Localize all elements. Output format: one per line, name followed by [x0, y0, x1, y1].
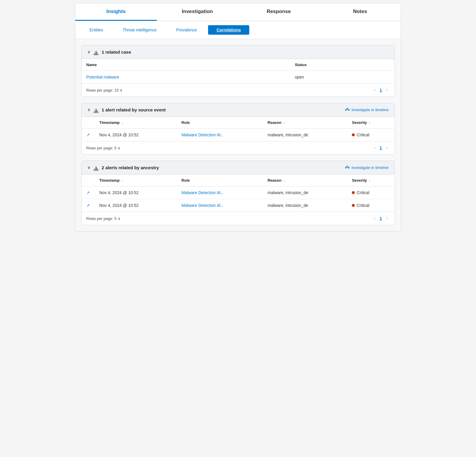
- source-event-rows-per-page[interactable]: Rows per page: 5 ∨: [86, 146, 121, 150]
- ancestry-title: 2 alerts related by ancestry: [102, 165, 159, 170]
- ancestry-severity-0: Critical: [347, 186, 394, 199]
- svg-line-3: [346, 109, 347, 110]
- source-rows-chevron: ∨: [118, 146, 121, 150]
- ancestry-rule-link-1[interactable]: Malware Detection Al‥: [181, 203, 223, 208]
- ancestry-col-expand: [82, 175, 95, 186]
- ancestry-prev-btn[interactable]: <: [372, 215, 377, 221]
- top-tabs: Insights Investigation Response Notes: [75, 3, 401, 21]
- ancestry-expand-icon-0[interactable]: ↗: [86, 190, 90, 195]
- related-case-rows-per-page[interactable]: Rows per page: 10 ∨: [86, 88, 123, 92]
- next-page-btn[interactable]: >: [384, 87, 390, 93]
- col-timestamp-source[interactable]: Timestamp ↓: [95, 117, 177, 129]
- source-event-title: 1 alert related by source event: [102, 107, 166, 112]
- related-case-header-left: ∨ 1 related case: [87, 49, 131, 55]
- ancestry-rows-per-page[interactable]: Rows per page: 5 ∨: [86, 216, 121, 221]
- ancestry-table: Timestamp ↓ Rule Reason ↕ Seve: [82, 175, 394, 212]
- related-case-section: ∨ 1 related case Name Status: [81, 45, 395, 97]
- content-area: ∨ 1 related case Name Status: [75, 39, 401, 231]
- ancestry-expand-icon-1[interactable]: ↗: [86, 203, 90, 208]
- source-rows-label: Rows per page: 5: [86, 146, 116, 150]
- ancestry-timeline-icon: [345, 165, 350, 170]
- ancestry-rows-chevron: ∨: [118, 216, 121, 221]
- source-event-header-left: ∨ 1 alert related by source event: [87, 107, 166, 112]
- ancestry-reason-sort: ↕: [283, 179, 285, 182]
- ancestry-pagination: < 1 >: [372, 215, 390, 221]
- expand-icon-0[interactable]: ↗: [86, 132, 90, 137]
- table-row: Potential malware open: [82, 71, 394, 84]
- source-event-chevron[interactable]: ∨: [87, 108, 90, 112]
- rows-per-page-chevron: ∨: [120, 88, 123, 92]
- ancestry-col-severity[interactable]: Severity ↕: [347, 175, 394, 186]
- tab-notes[interactable]: Notes: [320, 3, 401, 21]
- svg-point-2: [348, 109, 349, 111]
- col-rule-source[interactable]: Rule: [177, 117, 263, 129]
- ancestry-severity-badge-0: Critical: [352, 190, 390, 195]
- subtab-prevalence[interactable]: Prevalence: [168, 25, 205, 35]
- subtab-entities[interactable]: Entities: [81, 25, 111, 35]
- related-case-footer: Rows per page: 10 ∨ < 1 >: [82, 83, 394, 97]
- source-event-header: ∨ 1 alert related by source event Invest…: [82, 103, 394, 117]
- ancestry-severity-label-1: Critical: [357, 203, 369, 208]
- tab-response[interactable]: Response: [238, 3, 320, 21]
- tab-insights[interactable]: Insights: [75, 3, 157, 21]
- col-expand: [82, 117, 95, 129]
- ancestry-timestamp-sort: ↓: [122, 179, 123, 182]
- ancestry-header-left: ∨ 2 alerts related by ancestry: [87, 165, 159, 170]
- case-status-cell: open: [290, 71, 394, 84]
- source-event-investigate-link[interactable]: Investigate in timeline: [345, 108, 389, 112]
- table-row: ↗ Nov 4, 2024 @ 10:52 Malware Detection …: [82, 199, 394, 212]
- ancestry-severity-label-0: Critical: [357, 190, 369, 195]
- severity-label-0: Critical: [357, 132, 369, 137]
- source-event-section: ∨ 1 alert related by source event Invest…: [81, 103, 395, 155]
- svg-point-0: [345, 109, 346, 111]
- svg-line-8: [346, 167, 347, 168]
- main-container: Insights Investigation Response Notes En…: [75, 3, 401, 231]
- reason-sort-icon: ↕: [283, 121, 285, 124]
- related-case-pagination: < 1 >: [372, 87, 390, 93]
- source-event-table-wrapper: Timestamp ↓ Rule Reason ↕ Seve: [82, 117, 394, 154]
- ancestry-investigate-link[interactable]: Investigate in timeline: [345, 165, 389, 170]
- ancestry-rule-link-0[interactable]: Malware Detection Al‥: [181, 190, 223, 195]
- prev-page-btn[interactable]: <: [372, 87, 377, 93]
- ancestry-next-btn[interactable]: >: [384, 215, 390, 221]
- ancestry-chevron[interactable]: ∨: [87, 165, 90, 170]
- rule-link-0[interactable]: Malware Detection Al‥: [181, 132, 223, 137]
- ancestry-col-rule[interactable]: Rule: [177, 175, 263, 186]
- ancestry-page-num[interactable]: 1: [380, 216, 382, 221]
- case-name-cell: Potential malware: [82, 71, 290, 84]
- source-page-num[interactable]: 1: [380, 146, 382, 150]
- col-severity-source[interactable]: Severity ↕: [347, 117, 394, 129]
- tab-investigation[interactable]: Investigation: [157, 3, 238, 21]
- subtab-correlations[interactable]: Correlations: [208, 25, 249, 35]
- sub-tabs: Entities Threat intelligence Prevalence …: [75, 21, 401, 39]
- svg-line-9: [348, 167, 348, 168]
- ancestry-header: ∨ 2 alerts related by ancestry Investiga…: [82, 161, 394, 175]
- related-case-chevron[interactable]: ∨: [87, 50, 90, 54]
- subtab-threat-intelligence[interactable]: Threat intelligence: [114, 25, 165, 35]
- severity-cell-0: Critical: [347, 129, 394, 141]
- timeline-icon: [345, 108, 350, 112]
- ancestry-critical-dot-0: [352, 191, 355, 194]
- current-page-num[interactable]: 1: [380, 88, 382, 92]
- case-name-link[interactable]: Potential malware: [86, 75, 119, 79]
- ancestry-col-timestamp[interactable]: Timestamp ↓: [95, 175, 177, 186]
- related-case-title: 1 related case: [102, 49, 131, 55]
- table-row: ↗ Nov 4, 2024 @ 10:52 Malware Detection …: [82, 129, 394, 141]
- source-event-table: Timestamp ↓ Rule Reason ↕ Seve: [82, 117, 394, 141]
- svg-point-5: [345, 167, 346, 168]
- ancestry-critical-dot-1: [352, 204, 355, 207]
- ancestry-rule-1: Malware Detection Al‥: [177, 199, 263, 212]
- ancestry-col-reason[interactable]: Reason ↕: [263, 175, 347, 186]
- svg-line-4: [348, 109, 348, 110]
- ancestry-reason-0: malware, intrusion_de: [263, 186, 347, 199]
- related-case-warn-icon: [93, 50, 99, 55]
- ancestry-timestamp-0: Nov 4, 2024 @ 10:52: [95, 186, 177, 199]
- source-next-btn[interactable]: >: [384, 145, 390, 151]
- svg-point-6: [347, 166, 348, 167]
- svg-point-7: [348, 167, 349, 168]
- ancestry-severity-sort: ↕: [369, 179, 371, 182]
- related-case-table: Name Status Potential malware open: [82, 59, 394, 83]
- col-status: Status: [290, 59, 394, 71]
- col-reason-source[interactable]: Reason ↕: [263, 117, 347, 129]
- source-prev-btn[interactable]: <: [372, 145, 377, 151]
